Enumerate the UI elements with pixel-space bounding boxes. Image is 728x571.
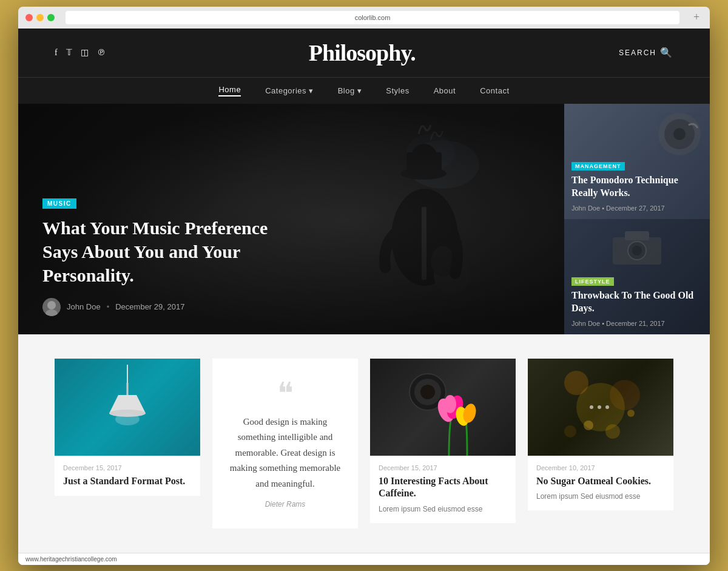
website-content: f 𝕋 ◫ ℗ Philosophy. SEARCH 🔍 Home Catego… — [18, 29, 710, 565]
facebook-icon[interactable]: f — [55, 48, 58, 58]
svg-point-36 — [564, 425, 576, 438]
svg-point-17 — [632, 246, 642, 255]
post-card-1[interactable]: December 15, 2017 Just a Standard Format… — [55, 359, 200, 496]
hero-card-2-content: LIFESTYLE Throwback To The Good Old Days… — [564, 268, 710, 334]
hero-card-1-meta: John Doe • December 27, 2017 — [571, 204, 703, 212]
post-1-date: December 15, 2017 — [63, 464, 192, 471]
post-4-date: December 10, 2017 — [536, 464, 665, 471]
nav-categories[interactable]: Categories ▾ — [265, 85, 313, 96]
instagram-icon[interactable]: ◫ — [81, 47, 89, 58]
hero-card-2[interactable]: LIFESTYLE Throwback To The Good Old Days… — [564, 219, 710, 334]
quote-card: ❝ Good design is making something intell… — [212, 359, 358, 529]
svg-point-32 — [610, 380, 640, 410]
hero-content: MUSIC What Your Music Preference Says Ab… — [42, 197, 540, 316]
post-4-excerpt: Lorem ipsum Sed eiusmod esse — [536, 491, 665, 502]
svg-point-13 — [673, 128, 686, 140]
svg-point-31 — [564, 371, 588, 395]
svg-rect-15 — [625, 231, 649, 240]
card2-date: December 21, 2017 — [606, 320, 665, 327]
svg-point-34 — [605, 424, 620, 439]
post-3-excerpt: Lorem ipsum Sed eiusmod esse — [379, 504, 507, 515]
close-button[interactable] — [25, 14, 33, 21]
post-card-1-body: December 15, 2017 Just a Standard Format… — [55, 456, 200, 496]
svg-point-37 — [590, 405, 593, 409]
twitter-icon[interactable]: 𝕋 — [66, 47, 72, 58]
author-avatar — [42, 298, 61, 316]
svg-point-33 — [584, 421, 593, 430]
post-card-4[interactable]: December 10, 2017 No Sugar Oatmeal Cooki… — [528, 359, 673, 511]
url-text: colorlib.com — [355, 14, 391, 21]
hero-sidebar: MANAGEMENT The Pomodoro Technique Really… — [564, 104, 710, 334]
search-icon[interactable]: 🔍 — [660, 47, 673, 58]
search-label: SEARCH — [619, 49, 656, 57]
post-3-title: 10 Interesting Facts About Caffeine. — [379, 475, 507, 501]
new-tab-button[interactable]: + — [690, 12, 703, 24]
address-bar[interactable]: colorlib.com — [66, 11, 679, 24]
separator: • — [107, 302, 110, 311]
minimize-button[interactable] — [36, 14, 44, 21]
main-nav: Home Categories ▾ Blog ▾ Styles About Co… — [18, 77, 710, 104]
svg-point-35 — [627, 410, 635, 417]
lamp-image — [55, 359, 200, 456]
browser-chrome: colorlib.com + — [18, 7, 710, 29]
hero-meta: John Doe • December 29, 2017 — [42, 298, 540, 316]
site-header: f 𝕋 ◫ ℗ Philosophy. SEARCH 🔍 — [18, 29, 710, 77]
svg-point-38 — [598, 405, 601, 409]
hero-card-1-title: The Pomodoro Technique Really Works. — [571, 174, 703, 200]
hero-card-1-content: MANAGEMENT The Pomodoro Technique Really… — [564, 152, 710, 219]
card2-author: John Doe — [571, 320, 600, 327]
status-bar: www.heritagechristiancollege.com — [18, 553, 710, 565]
quote-text: Good design is making something intellig… — [224, 414, 346, 492]
nav-about[interactable]: About — [434, 85, 456, 96]
coffee-image — [370, 359, 516, 456]
quote-author: Dieter Rams — [265, 500, 306, 508]
nav-blog[interactable]: Blog ▾ — [338, 85, 362, 96]
svg-point-10 — [46, 309, 58, 316]
management-badge: MANAGEMENT — [571, 162, 625, 171]
search-area[interactable]: SEARCH 🔍 — [619, 47, 673, 58]
nav-styles[interactable]: Styles — [386, 85, 409, 96]
post-4-title: No Sugar Oatmeal Cookies. — [536, 475, 665, 488]
posts-section: December 15, 2017 Just a Standard Format… — [18, 334, 710, 553]
browser-window: colorlib.com + f 𝕋 ◫ ℗ Philosophy. SEARC… — [18, 7, 710, 565]
post-card-4-body: December 10, 2017 No Sugar Oatmeal Cooki… — [528, 456, 673, 511]
hero-main: MUSIC What Your Music Preference Says Ab… — [18, 104, 564, 334]
pinterest-icon[interactable]: ℗ — [97, 47, 106, 58]
card1-date: December 27, 2017 — [606, 204, 665, 212]
post-date: December 29, 2017 — [115, 302, 184, 311]
svg-point-27 — [444, 395, 456, 413]
hero-title: What Your Music Preference Says About Yo… — [42, 216, 273, 287]
svg-point-9 — [47, 301, 56, 309]
post-1-title: Just a Standard Format Post. — [63, 475, 192, 488]
svg-point-24 — [420, 385, 435, 399]
author-name: John Doe — [67, 302, 101, 311]
svg-point-39 — [605, 405, 609, 409]
hero-card-2-title: Throwback To The Good Old Days. — [571, 289, 703, 315]
hero-card-1[interactable]: MANAGEMENT The Pomodoro Technique Really… — [564, 104, 710, 219]
hero-card-2-meta: John Doe • December 21, 2017 — [571, 320, 703, 327]
site-title: Philosophy. — [309, 39, 416, 66]
card1-author: John Doe — [571, 204, 600, 212]
svg-point-21 — [115, 413, 140, 425]
social-icons: f 𝕋 ◫ ℗ — [55, 47, 106, 58]
post-3-date: December 15, 2017 — [379, 464, 507, 471]
oatmeal-image — [528, 359, 673, 456]
music-badge: MUSIC — [42, 198, 76, 209]
hero-section: MUSIC What Your Music Preference Says Ab… — [18, 104, 710, 334]
nav-contact[interactable]: Contact — [480, 85, 509, 96]
nav-home[interactable]: Home — [218, 85, 241, 96]
maximize-button[interactable] — [47, 14, 55, 21]
quote-mark: ❝ — [277, 378, 294, 408]
post-card-3[interactable]: December 15, 2017 10 Interesting Facts A… — [370, 359, 516, 524]
post-card-3-body: December 15, 2017 10 Interesting Facts A… — [370, 456, 516, 524]
status-url: www.heritagechristiancollege.com — [25, 556, 117, 563]
lifestyle-badge: LIFESTYLE — [571, 277, 614, 286]
svg-point-5 — [411, 144, 437, 173]
